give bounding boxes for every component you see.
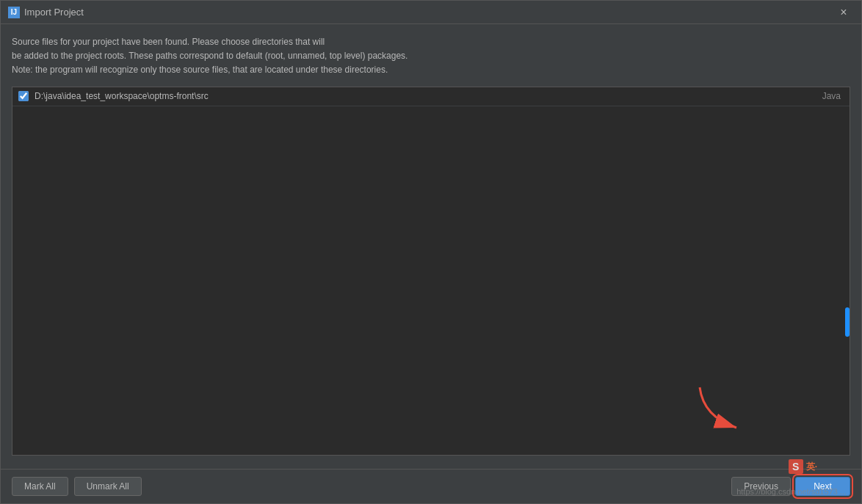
watermark-text: 英· bbox=[806, 461, 817, 473]
url-watermark: https://blog.csdn.net/sd1573 ... bbox=[736, 487, 847, 496]
app-icon: IJ bbox=[8, 7, 20, 18]
watermark-s-icon: S bbox=[789, 459, 803, 474]
close-button[interactable]: × bbox=[833, 2, 854, 23]
scrollbar-thumb[interactable] bbox=[845, 307, 850, 337]
file-path: D:\java\idea_test_workspace\optms-front\… bbox=[35, 91, 822, 101]
file-list-container: D:\java\idea_test_workspace\optms-front\… bbox=[12, 87, 850, 456]
file-row: D:\java\idea_test_workspace\optms-front\… bbox=[12, 87, 850, 106]
description-line1: Source files for your project have been … bbox=[12, 35, 850, 49]
dialog-content: Source files for your project have been … bbox=[1, 24, 861, 463]
bottom-bar: Mark All Unmark All Previous Next bbox=[1, 469, 861, 503]
title-bar: IJ Import Project × bbox=[1, 1, 861, 24]
url-text: https://blog.csdn.net/sd1573 ... bbox=[736, 487, 847, 496]
description-line3: Note: the program will recognize only th… bbox=[12, 63, 850, 77]
left-buttons: Mark All Unmark All bbox=[12, 477, 731, 496]
unmark-all-button[interactable]: Unmark All bbox=[74, 477, 142, 496]
dialog-title: Import Project bbox=[24, 7, 833, 18]
description-line2: be added to the project roots. These pat… bbox=[12, 49, 850, 63]
watermark: S 英· bbox=[789, 459, 817, 474]
description-text: Source files for your project have been … bbox=[12, 35, 850, 78]
mark-all-button[interactable]: Mark All bbox=[12, 477, 68, 496]
import-project-dialog: IJ Import Project × Source files for you… bbox=[0, 0, 862, 504]
file-type: Java bbox=[822, 91, 844, 101]
file-checkbox[interactable] bbox=[18, 91, 29, 101]
